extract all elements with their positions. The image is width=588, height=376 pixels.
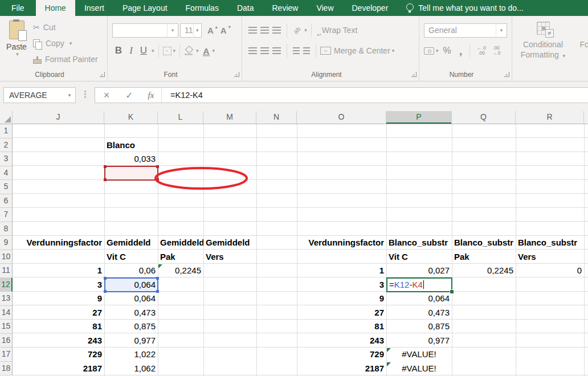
row-header-18[interactable]: 18: [0, 362, 13, 376]
cell-Q11[interactable]: 0,2245: [452, 264, 516, 278]
row-header-10[interactable]: 10: [0, 250, 13, 264]
cell-P11[interactable]: 0,027: [386, 264, 452, 278]
column-header-M[interactable]: M: [203, 111, 256, 124]
fill-handle[interactable]: [450, 289, 454, 294]
align-left-icon[interactable]: [248, 47, 257, 54]
row-header-11[interactable]: 11: [0, 264, 13, 278]
font-color-button[interactable]: A: [202, 46, 211, 56]
center-icon[interactable]: [260, 47, 269, 54]
cell-K15[interactable]: 0,875: [104, 320, 158, 334]
increase-indent-icon[interactable]: [303, 47, 310, 54]
number-dialog-launcher-icon[interactable]: [504, 72, 509, 77]
dropdown-arrow-icon[interactable]: ▾: [196, 48, 199, 54]
column-header-Q[interactable]: Q: [452, 111, 516, 124]
dropdown-arrow-icon[interactable]: ▾: [563, 53, 566, 59]
comma-style-button[interactable]: ,: [459, 48, 463, 54]
cell-K10[interactable]: Vit C: [104, 250, 158, 264]
tab-formulas[interactable]: Formulas: [177, 0, 228, 16]
dropdown-arrow-icon[interactable]: ▾: [436, 48, 439, 54]
bold-button[interactable]: B: [112, 45, 125, 56]
cell-R11[interactable]: 0: [516, 264, 584, 278]
row-header-1[interactable]: 1: [0, 124, 13, 138]
column-header-L[interactable]: L: [158, 111, 203, 124]
orientation-icon[interactable]: ab: [292, 25, 302, 35]
dropdown-arrow-icon[interactable]: ▾: [193, 24, 201, 37]
cell-P14[interactable]: 0,473: [386, 306, 452, 320]
underline-button[interactable]: U: [137, 45, 150, 56]
tab-review[interactable]: Review: [263, 0, 308, 16]
row-header-3[interactable]: 3: [0, 152, 13, 166]
font-size-combo[interactable]: 11 ▾: [180, 23, 202, 38]
cell-Q10[interactable]: Pak: [452, 250, 516, 264]
cell-P13[interactable]: 0,064: [386, 292, 452, 306]
align-right-icon[interactable]: [272, 47, 281, 54]
top-align-icon[interactable]: [248, 27, 257, 34]
column-header-J[interactable]: J: [13, 111, 104, 124]
tab-page-layout[interactable]: Page Layout: [113, 0, 177, 16]
cell-O15[interactable]: 81: [297, 320, 386, 334]
copy-button[interactable]: Copy ▾: [33, 35, 98, 51]
alignment-dialog-launcher-icon[interactable]: [411, 72, 416, 77]
dropdown-arrow-icon[interactable]: ▾: [212, 48, 215, 54]
row-header-17[interactable]: 17: [0, 348, 13, 362]
dropdown-arrow-icon[interactable]: ▾: [167, 24, 178, 37]
format-as-table-button[interactable]: Format as Table: [570, 21, 588, 60]
cell-J15[interactable]: 81: [13, 320, 104, 334]
shrink-font-button[interactable]: A▾: [220, 26, 227, 35]
cell-K14[interactable]: 0,473: [104, 306, 158, 320]
cell-J13[interactable]: 9: [13, 292, 104, 306]
cell-K9[interactable]: Gemiddeld: [104, 236, 158, 250]
cut-button[interactable]: ✂ Cut: [33, 19, 98, 35]
tab-home[interactable]: Home: [36, 0, 75, 16]
tab-file[interactable]: File: [0, 0, 36, 16]
cell-O9[interactable]: Verdunningsfactor: [297, 236, 386, 250]
row-header-7[interactable]: 7: [0, 208, 13, 222]
cell-P18[interactable]: #VALUE!: [386, 362, 452, 376]
increase-decimal-button[interactable]: ←.0 .00: [477, 46, 486, 56]
select-all-button[interactable]: [0, 111, 13, 124]
decrease-indent-icon[interactable]: [293, 47, 300, 54]
cell-J16[interactable]: 243: [13, 334, 104, 348]
cell-O16[interactable]: 243: [297, 334, 386, 348]
dropdown-arrow-icon[interactable]: ▾: [496, 24, 507, 37]
cell-P9[interactable]: Blanco_substr: [386, 236, 452, 250]
cell-O13[interactable]: 9: [297, 292, 386, 306]
dropdown-arrow-icon[interactable]: ▾: [70, 40, 72, 46]
cell-K13[interactable]: 0,064: [104, 292, 158, 306]
italic-button[interactable]: I: [125, 45, 137, 56]
dropdown-arrow-icon[interactable]: ▾: [304, 27, 307, 33]
cell-O14[interactable]: 27: [297, 306, 386, 320]
cell-K16[interactable]: 0,977: [104, 334, 158, 348]
cell-P17[interactable]: #VALUE!: [386, 348, 452, 362]
cell-L11[interactable]: 0,2245: [158, 264, 203, 278]
tab-view[interactable]: View: [307, 0, 342, 16]
merge-center-button[interactable]: Merge & Center: [334, 46, 390, 55]
name-box[interactable]: AVERAGE ▾: [3, 87, 76, 103]
cell-K12[interactable]: 0,064: [104, 278, 158, 292]
cell-R9[interactable]: Blanco_substr: [516, 236, 584, 250]
decrease-decimal-button[interactable]: .00 →.0: [492, 46, 501, 56]
column-header-P[interactable]: P: [386, 111, 452, 124]
cell-K11[interactable]: 0,06: [104, 264, 158, 278]
row-header-16[interactable]: 16: [0, 334, 13, 348]
formula-input[interactable]: =K12-K4: [162, 91, 588, 100]
column-header-K[interactable]: K: [104, 111, 158, 124]
cell-R10[interactable]: Vers: [516, 250, 584, 264]
cell-M10[interactable]: Vers: [203, 250, 256, 264]
column-header-R[interactable]: R: [516, 111, 584, 124]
row-header-2[interactable]: 2: [0, 138, 13, 153]
cell-J18[interactable]: 2187: [13, 362, 104, 376]
accounting-format-icon[interactable]: [424, 47, 434, 55]
clipboard-dialog-launcher-icon[interactable]: [100, 72, 105, 77]
middle-align-icon[interactable]: [260, 27, 269, 34]
cell-M9[interactable]: Gemiddeld: [203, 236, 256, 250]
formula-bar-resize-handle[interactable]: [84, 91, 86, 98]
cell-K18[interactable]: 1,062: [104, 362, 158, 376]
cell-P10[interactable]: Vit C: [386, 250, 452, 264]
tell-me-box[interactable]: Tell me what you want to do...: [406, 0, 523, 16]
dropdown-arrow-icon[interactable]: ▾: [152, 48, 154, 54]
enter-button[interactable]: ✓: [118, 90, 141, 101]
dropdown-arrow-icon[interactable]: ▾: [64, 92, 75, 98]
cell-J12[interactable]: 3: [13, 278, 104, 292]
row-header-9[interactable]: 9: [0, 236, 13, 250]
